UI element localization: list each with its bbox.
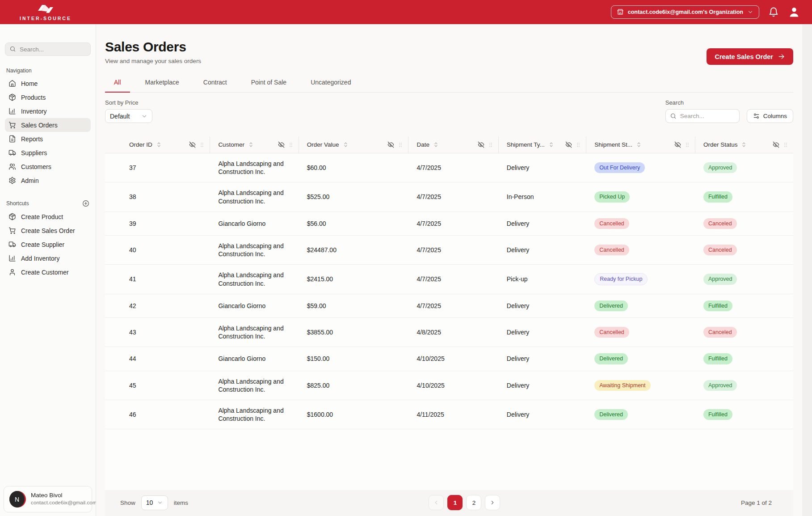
shipment-status-badge: Picked Up	[594, 191, 630, 202]
hide-column-icon[interactable]	[189, 141, 196, 148]
sort-icon[interactable]	[635, 141, 642, 148]
cell-order-status: Approved	[695, 374, 793, 397]
drag-handle-icon[interactable]	[575, 142, 581, 148]
table-row[interactable]: 45 Alpha Landscaping and Construction In…	[105, 371, 793, 400]
column-header-order-status[interactable]: Order Status	[695, 136, 793, 153]
table-row[interactable]: 43 Alpha Landscaping and Construction In…	[105, 318, 793, 347]
notifications-button[interactable]	[768, 7, 779, 17]
sidebar-search-input[interactable]	[5, 42, 91, 56]
cell-shipment-type: Pick-up	[499, 269, 586, 289]
show-label: Show	[120, 499, 135, 506]
sidebar-item-sales-orders[interactable]: Sales Orders	[5, 118, 91, 132]
column-header-date[interactable]: Date	[408, 136, 498, 153]
sidebar-item-reports[interactable]: Reports	[5, 132, 91, 146]
table-row[interactable]: 40 Alpha Landscaping and Construction In…	[105, 236, 793, 265]
sidebar-item-admin[interactable]: Admin	[5, 173, 91, 187]
sidebar-item-label: Suppliers	[21, 149, 47, 156]
page-subtitle: View and manage your sales orders	[105, 58, 201, 64]
hide-column-icon[interactable]	[387, 141, 394, 148]
drag-handle-icon[interactable]	[783, 142, 789, 148]
column-header-customer[interactable]: Customer	[210, 136, 299, 153]
cell-order-status: Fulfilled	[695, 347, 793, 370]
hide-column-icon[interactable]	[278, 141, 285, 148]
tab-uncategorized[interactable]: Uncategorized	[302, 74, 360, 93]
tab-point-of-sale[interactable]: Point of Sale	[242, 74, 295, 93]
page-size-select[interactable]: 10	[141, 495, 168, 510]
drag-handle-icon[interactable]	[684, 142, 690, 148]
table-row[interactable]: 38 Alpha Landscaping and Construction In…	[105, 182, 793, 211]
create-sales-order-button[interactable]: Create Sales Order	[707, 48, 793, 65]
table-footer: Show 10 items 12 Page 1 of 2	[105, 490, 793, 516]
sidebar-item-create-supplier[interactable]: Create Supplier	[5, 237, 91, 251]
sidebar-item-label: Admin	[21, 177, 39, 184]
sort-icon[interactable]	[548, 141, 555, 148]
sidebar-item-products[interactable]: Products	[5, 90, 91, 104]
hide-column-icon[interactable]	[773, 141, 779, 148]
table-row[interactable]: 37 Alpha Landscaping and Construction In…	[105, 153, 793, 182]
prev-page-button[interactable]	[429, 495, 444, 510]
cell-shipment-type: Delivery	[499, 322, 586, 343]
cell-customer: Alpha Landscaping and Construction Inc.	[210, 153, 299, 182]
sidebar-item-suppliers[interactable]: Suppliers	[5, 146, 91, 160]
sort-icon[interactable]	[433, 141, 439, 148]
cell-date: 4/10/2025	[408, 375, 498, 396]
columns-button[interactable]: Columns	[747, 109, 793, 123]
sort-icon[interactable]	[740, 141, 747, 148]
sidebar-item-create-product[interactable]: Create Product	[5, 210, 91, 224]
sort-icon[interactable]	[156, 141, 162, 148]
cell-order-id: 39	[105, 213, 210, 234]
main-content: Sales Orders View and manage your sales …	[96, 24, 802, 516]
cell-order-value: $59.00	[299, 296, 409, 316]
cell-shipment-status: Awaiting Shipment	[586, 374, 695, 397]
sidebar-item-label: Add Inventory	[21, 255, 59, 262]
page-button-1[interactable]: 1	[447, 495, 463, 510]
column-header-shipment-ty[interactable]: Shipment Ty...	[499, 136, 586, 153]
brand-name: INTER-SOURCE	[20, 16, 72, 21]
drag-handle-icon[interactable]	[199, 142, 205, 148]
account-button[interactable]	[788, 6, 800, 18]
cell-shipment-type: Delivery	[499, 404, 586, 425]
drag-handle-icon[interactable]	[397, 142, 404, 148]
table-row[interactable]: 46 Alpha Landscaping and Construction In…	[105, 400, 793, 429]
hide-column-icon[interactable]	[478, 141, 484, 148]
tab-marketplace[interactable]: Marketplace	[136, 74, 188, 93]
order-type-tabs: AllMarketplaceContractPoint of SaleUncat…	[105, 74, 793, 93]
cell-date: 4/7/2025	[408, 157, 498, 178]
sidebar-item-customers[interactable]: Customers	[5, 160, 91, 173]
column-header-order-id[interactable]: Order ID	[105, 136, 210, 153]
sidebar-item-add-inventory[interactable]: Add Inventory	[5, 251, 91, 265]
add-shortcut-icon[interactable]	[82, 200, 89, 207]
drag-handle-icon[interactable]	[288, 142, 294, 148]
table-row[interactable]: 41 Alpha Landscaping and Construction In…	[105, 265, 793, 294]
page-button-2[interactable]: 2	[466, 495, 481, 510]
organization-switcher[interactable]: contact.code6ix@gmail.com's Organization	[611, 5, 759, 19]
user-card[interactable]: N Mateo Bivol contact.code6ix@gmail.com	[4, 486, 92, 512]
chart-icon	[8, 254, 16, 262]
brand-logo[interactable]: INTER-SOURCE	[20, 3, 72, 21]
package-icon	[8, 213, 16, 220]
hide-column-icon[interactable]	[565, 141, 572, 148]
cart-icon	[8, 121, 16, 129]
sort-icon[interactable]	[342, 141, 349, 148]
drag-handle-icon[interactable]	[488, 142, 494, 148]
sidebar-item-create-customer[interactable]: Create Customer	[5, 265, 91, 279]
cell-shipment-status: Out For Delivery	[586, 156, 695, 179]
next-page-button[interactable]	[485, 495, 500, 510]
sidebar-item-create-sales-order[interactable]: Create Sales Order	[5, 224, 91, 237]
sort-select[interactable]: Default	[105, 109, 152, 123]
tab-all[interactable]: All	[105, 74, 130, 93]
cell-shipment-type: In-Person	[499, 186, 586, 207]
table-row[interactable]: 44 Giancarlo Giorno $150.00 4/10/2025 De…	[105, 347, 793, 371]
table-row[interactable]: 42 Giancarlo Giorno $59.00 4/7/2025 Deli…	[105, 294, 793, 318]
cell-shipment-status: Delivered	[586, 294, 695, 317]
cell-date: 4/7/2025	[408, 213, 498, 234]
hide-column-icon[interactable]	[674, 141, 681, 148]
table-row[interactable]: 39 Giancarlo Giorno $56.00 4/7/2025 Deli…	[105, 212, 793, 236]
sidebar-item-inventory[interactable]: Inventory	[5, 104, 91, 118]
column-header-shipment-st[interactable]: Shipment St...	[586, 136, 695, 153]
tab-contract[interactable]: Contract	[194, 74, 236, 93]
sidebar-item-home[interactable]: Home	[5, 76, 91, 90]
sort-icon[interactable]	[248, 141, 254, 148]
cell-order-value: $525.00	[299, 186, 409, 207]
column-header-order-value[interactable]: Order Value	[299, 136, 409, 153]
